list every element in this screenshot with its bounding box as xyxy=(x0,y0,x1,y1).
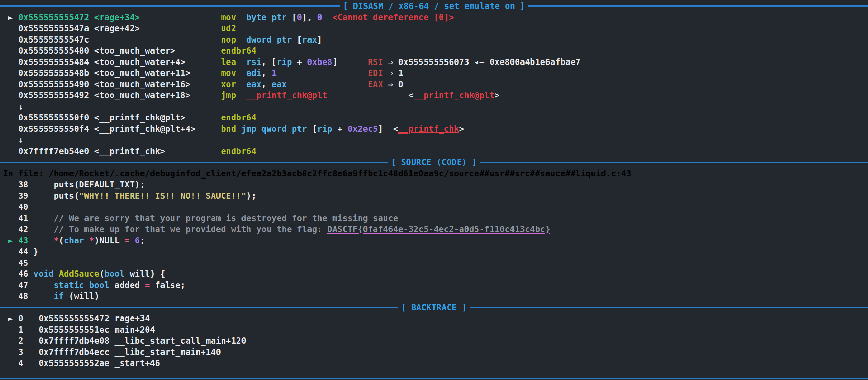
text-segment: < xyxy=(393,124,398,134)
text-segment xyxy=(191,91,221,100)
text-segment: ] xyxy=(317,35,322,45)
text-segment xyxy=(3,124,18,134)
text-segment: 4 0x5555555552ae _start+46 xyxy=(3,358,160,368)
disasm-line: 0x55555555547a <rage+42> ud2 xyxy=(0,23,868,34)
text-segment: <__printf_chk> xyxy=(94,147,166,156)
source-line: 45 xyxy=(0,257,868,269)
text-segment: jmp xyxy=(241,124,256,134)
text-segment: <too_much_water+18> xyxy=(94,91,191,100)
text-segment: ► xyxy=(3,13,18,22)
source-line: 44 } xyxy=(0,246,868,257)
text-segment xyxy=(287,80,368,89)
text-segment: [ xyxy=(297,35,302,45)
source-line: 39 puts("WHY!! THERE!! IS!! NO!! SAUCE!!… xyxy=(0,191,868,202)
text-segment: > xyxy=(495,91,500,100)
text-segment: 39 puts( xyxy=(3,191,79,201)
text-segment: 0x555555555492 xyxy=(18,91,89,100)
text-segment xyxy=(89,13,94,22)
disasm-line: ↓ xyxy=(0,135,868,146)
text-segment xyxy=(236,124,241,134)
text-segment: endbr64 xyxy=(221,113,256,123)
text-segment: 0xe800a4b1e6afbae7 xyxy=(489,57,581,67)
text-segment: <too_much_water+16> xyxy=(94,80,191,89)
text-segment: 0x555555555484 xyxy=(18,57,89,67)
source-line: 47 static bool added = false; xyxy=(0,280,868,291)
text-segment xyxy=(3,91,18,100)
backtrace-section-header: [ BACKTRACE ] xyxy=(0,302,868,313)
text-segment: 0 xyxy=(398,80,404,89)
disasm-panel: ► 0x555555555472 <rage+34> mov byte ptr … xyxy=(0,12,868,157)
text-segment: 45 xyxy=(3,258,29,268)
text-segment xyxy=(185,57,221,67)
text-segment: 0x2ec5 xyxy=(348,124,378,134)
separator-line xyxy=(0,307,398,308)
text-segment xyxy=(185,113,221,123)
text-segment: static xyxy=(54,280,84,290)
text-segment: edi xyxy=(246,68,261,78)
text-segment: 0xbe8 xyxy=(307,57,332,67)
text-segment xyxy=(191,68,221,78)
text-segment: * xyxy=(84,236,94,245)
disasm-line: 0x55555555548b <too_much_water+11> mov e… xyxy=(0,68,868,79)
text-segment xyxy=(165,147,221,156)
source-line: 40 xyxy=(0,201,868,213)
text-segment: 0x5555555550f4 xyxy=(18,124,89,134)
text-segment: ⇒ xyxy=(383,80,398,89)
text-segment: 6 xyxy=(135,236,140,245)
source-section-title: [ SOURCE (CODE) ] xyxy=(388,157,480,168)
source-file-path: In file: /home/Rocket/.cache/debuginfod_… xyxy=(0,168,868,180)
text-segment: ( xyxy=(99,269,104,279)
text-segment: ] xyxy=(378,124,383,134)
text-segment xyxy=(3,46,18,56)
text-segment xyxy=(236,91,247,100)
text-segment: EAX xyxy=(368,80,383,89)
source-section-header: [ SOURCE (CODE) ] xyxy=(0,157,868,168)
text-segment: DASCTF{0faf464e-32c5-4ec2-a0d5-f110c413c… xyxy=(327,224,550,234)
text-segment: 0 xyxy=(297,13,302,22)
disasm-line: 0x55555555547c nop dword ptr [rax] xyxy=(0,34,868,46)
text-segment: 3 0x7ffff7db4ecc __libc_start_main+140 xyxy=(3,347,221,357)
text-segment: endbr64 xyxy=(221,46,256,56)
disasm-line: 0x555555555480 <too_much_water> endbr64 xyxy=(0,45,868,57)
text-segment: ► 43 xyxy=(3,236,29,245)
text-segment: qword ptr xyxy=(261,124,312,134)
text-segment: dword ptr xyxy=(246,35,297,45)
text-segment xyxy=(89,46,94,56)
text-segment: void xyxy=(34,269,54,279)
disasm-line: ↓ xyxy=(0,101,868,113)
text-segment: byte ptr xyxy=(246,13,292,22)
text-segment: 47 xyxy=(3,280,54,290)
text-segment: rsi xyxy=(246,57,261,67)
text-segment: [ xyxy=(292,13,297,22)
debugger-terminal[interactable]: [ DISASM / x86-64 / set emulate on ] ► 0… xyxy=(0,0,868,380)
text-segment: <too_much_water> xyxy=(94,46,176,56)
text-segment: 0 xyxy=(317,13,323,22)
text-segment xyxy=(3,35,18,45)
text-segment: [ xyxy=(312,124,317,134)
text-segment: AddSauce xyxy=(59,269,99,279)
text-segment: 0x555555555472 xyxy=(18,13,89,22)
text-segment: lea xyxy=(221,57,236,67)
disasm-line: 0x555555555492 <too_much_water+18> jmp _… xyxy=(0,90,868,101)
source-line: 42 // To make up for that we provided wi… xyxy=(0,224,868,235)
disasm-line: 0x5555555550f0 <__printf_chk@plt> endbr6… xyxy=(0,112,868,124)
text-segment: ◂— xyxy=(469,57,489,67)
backtrace-section-title: [ BACKTRACE ] xyxy=(398,302,470,313)
text-segment: 1 xyxy=(272,68,277,78)
text-segment: eax xyxy=(272,80,287,89)
text-segment: 0x555555556073 xyxy=(398,57,470,67)
text-segment xyxy=(3,24,18,33)
text-segment: 1 xyxy=(398,68,404,78)
text-segment: will) { xyxy=(125,269,165,279)
text-segment xyxy=(3,113,18,123)
text-segment: 0x555555555480 xyxy=(18,46,89,56)
backtrace-panel: ► 0 0x555555555472 rage+34 1 0x555555555… xyxy=(0,313,868,380)
text-segment: mov xyxy=(221,68,236,78)
text-segment xyxy=(89,124,94,134)
text-segment: < xyxy=(408,91,414,100)
source-panel: 38 puts(DEFAULT_TXT); 39 puts("WHY!! THE… xyxy=(0,179,868,302)
text-segment xyxy=(236,57,247,67)
text-segment xyxy=(191,80,221,89)
text-segment: jmp xyxy=(221,91,236,100)
text-segment: )NULL xyxy=(94,236,125,245)
